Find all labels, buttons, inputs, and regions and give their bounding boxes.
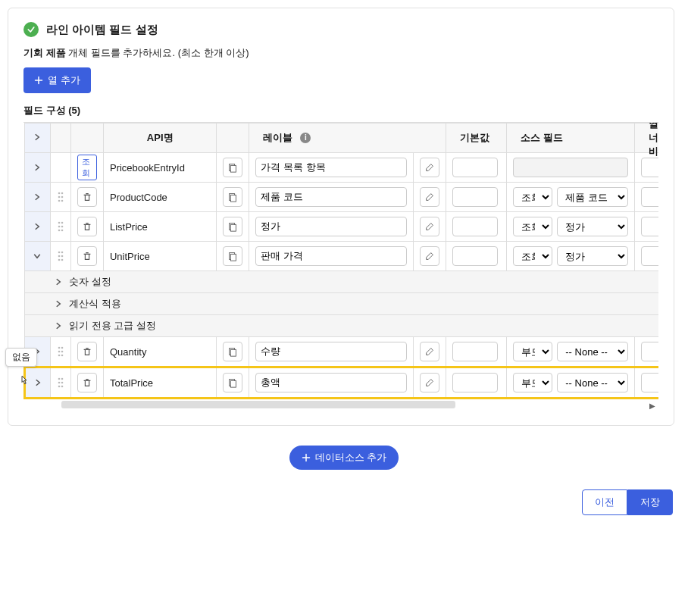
delete-button[interactable] [77, 342, 97, 361]
delete-cell[interactable] [70, 183, 103, 212]
svg-point-14 [58, 230, 61, 232]
width-input[interactable] [641, 246, 658, 266]
svg-point-10 [58, 222, 61, 224]
copy-cell[interactable] [217, 212, 249, 242]
sub-section-row[interactable]: 숫자 설정 [25, 271, 659, 293]
label-edit-cell[interactable] [414, 153, 446, 183]
label-edit-cell[interactable] [414, 367, 446, 399]
sub-section-row[interactable]: 계산식 적용 [25, 293, 659, 315]
default-input[interactable] [452, 187, 498, 207]
sub-section-row[interactable]: 읽기 전용 고급 설정 [25, 315, 659, 337]
delete-button[interactable] [77, 246, 97, 266]
drag-cell[interactable] [50, 367, 70, 399]
label-input[interactable] [255, 158, 407, 177]
drag-handle-icon [57, 377, 64, 389]
drag-cell[interactable] [50, 183, 70, 212]
source-mode-select[interactable]: 조회 [513, 246, 552, 266]
label-edit-button[interactable] [420, 373, 439, 392]
drag-handle-icon [57, 346, 64, 358]
copy-cell[interactable] [217, 337, 249, 367]
scrollbar-thumb[interactable] [61, 401, 455, 408]
label-input[interactable] [255, 342, 407, 361]
source-field-select[interactable]: 정가 [557, 246, 628, 266]
chevron-right-icon [54, 321, 63, 330]
copy-button[interactable] [223, 217, 242, 236]
label-edit-button[interactable] [420, 187, 439, 207]
label-edit-cell[interactable] [414, 242, 446, 271]
source-field-select[interactable]: -- None -- [557, 342, 628, 361]
drag-cell[interactable] [50, 337, 70, 367]
header-source: 소스 필드 [507, 124, 635, 153]
copy-cell[interactable] [217, 183, 249, 212]
label-edit-cell[interactable] [414, 212, 446, 242]
width-input[interactable] [641, 217, 658, 236]
label-input[interactable] [255, 217, 407, 236]
copy-button[interactable] [223, 246, 242, 266]
default-input[interactable] [452, 342, 498, 361]
source-mode-select[interactable]: 부모 [513, 373, 552, 392]
header-expand[interactable] [25, 124, 51, 153]
prev-button[interactable]: 이전 [582, 489, 627, 515]
copy-button[interactable] [223, 373, 242, 392]
api-name-cell: TotalPrice [103, 367, 216, 399]
delete-cell: 조회 [70, 153, 103, 183]
delete-button[interactable] [77, 187, 97, 207]
default-input[interactable] [452, 373, 498, 392]
label-edit-button[interactable] [420, 342, 439, 361]
source-field-select[interactable]: 정가 [557, 217, 628, 236]
delete-cell[interactable] [70, 337, 103, 367]
label-input[interactable] [255, 373, 407, 392]
label-edit-button[interactable] [420, 217, 439, 236]
delete-button[interactable] [77, 217, 97, 236]
horizontal-scrollbar[interactable]: ▶ [23, 401, 658, 410]
default-input[interactable] [452, 217, 498, 236]
drag-cell[interactable] [50, 212, 70, 242]
copy-button[interactable] [223, 158, 242, 177]
source-mode-select[interactable]: 조회 [513, 187, 552, 207]
label-edit-button[interactable] [420, 246, 439, 266]
copy-cell[interactable] [217, 242, 249, 271]
expand-cell[interactable] [25, 183, 51, 212]
edit-icon [424, 377, 435, 388]
svg-rect-1 [231, 165, 236, 172]
scroll-right-icon[interactable]: ▶ [649, 402, 655, 410]
sub-section-label: 계산식 적용 [69, 297, 121, 311]
copy-button[interactable] [223, 187, 242, 207]
label-edit-cell[interactable] [414, 183, 446, 212]
default-input[interactable] [452, 158, 498, 177]
svg-point-19 [61, 252, 64, 254]
delete-button[interactable] [77, 373, 97, 392]
delete-cell[interactable] [70, 367, 103, 399]
svg-point-3 [61, 192, 64, 195]
width-input[interactable] [641, 158, 658, 177]
width-cell [634, 337, 658, 367]
save-button[interactable]: 저장 [627, 489, 673, 515]
add-column-button[interactable]: 열 추가 [23, 67, 91, 93]
source-field-select[interactable]: 제품 코드 [557, 187, 628, 207]
expand-cell[interactable] [25, 212, 51, 242]
drag-cell[interactable] [50, 242, 70, 271]
label-input[interactable] [255, 246, 407, 266]
source-mode-select[interactable]: 조회 [513, 217, 552, 236]
label-edit-button[interactable] [420, 158, 439, 177]
source-mode-select[interactable]: 부모 [513, 342, 552, 361]
width-input[interactable] [641, 342, 658, 361]
delete-cell[interactable] [70, 212, 103, 242]
expand-cell[interactable] [25, 242, 51, 271]
info-icon[interactable]: i [300, 133, 311, 143]
source-field-select[interactable]: -- None -- [557, 373, 628, 392]
api-name-cell: UnitPrice [103, 242, 216, 271]
label-input[interactable] [255, 187, 407, 207]
label-edit-cell[interactable] [414, 337, 446, 367]
copy-cell[interactable] [217, 367, 249, 399]
add-datasource-button[interactable]: 데이터소스 추가 [289, 446, 399, 470]
width-input[interactable] [641, 373, 658, 392]
copy-cell[interactable] [217, 153, 249, 183]
width-input[interactable] [641, 187, 658, 207]
default-input[interactable] [452, 246, 498, 266]
delete-cell[interactable] [70, 242, 103, 271]
copy-button[interactable] [223, 342, 242, 361]
label-cell [249, 367, 414, 399]
expand-cell[interactable] [25, 153, 51, 183]
svg-point-4 [58, 196, 61, 199]
